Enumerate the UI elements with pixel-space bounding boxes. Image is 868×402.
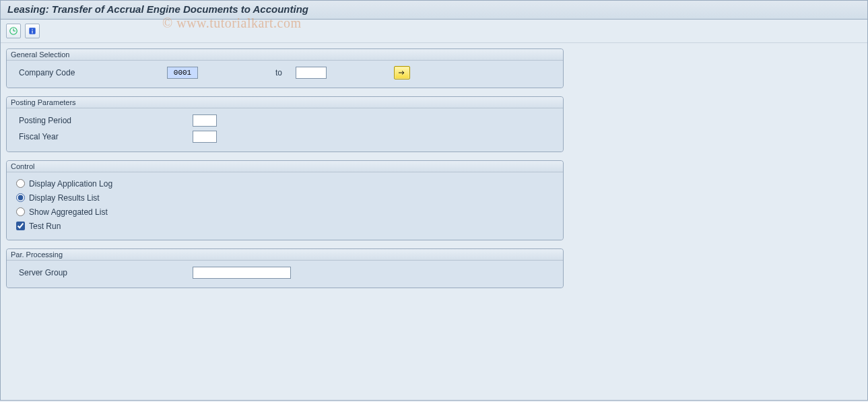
fiscal-year-label: Fiscal Year [16, 132, 167, 141]
company-code-label: Company Code [16, 68, 167, 77]
radio-label: Display Results List [29, 193, 100, 203]
row-company-code: Company Code to [16, 65, 558, 81]
row-posting-period: Posting Period [16, 112, 558, 129]
info-button[interactable] [25, 24, 40, 38]
radio-display-results[interactable] [16, 193, 25, 202]
page-title: Leasing: Transfer of Accrual Engine Docu… [7, 3, 861, 15]
title-bar: Leasing: Transfer of Accrual Engine Docu… [1, 1, 867, 20]
server-group-input[interactable] [193, 267, 291, 279]
checkbox-label: Test Run [29, 222, 61, 231]
option-test-run[interactable]: Test Run [16, 219, 558, 233]
arrow-right-icon [398, 69, 406, 76]
app-frame: Leasing: Transfer of Accrual Engine Docu… [0, 0, 868, 401]
toolbar: © www.tutorialkart.com [1, 20, 867, 43]
radio-label: Show Aggregated List [29, 207, 108, 217]
company-code-from-input[interactable] [167, 67, 198, 79]
posting-period-input[interactable] [193, 114, 217, 127]
posting-period-label: Posting Period [16, 116, 167, 125]
group-header: Control [7, 161, 563, 172]
option-display-app-log[interactable]: Display Application Log [16, 176, 558, 191]
server-group-label: Server Group [16, 268, 167, 277]
radio-label: Display Application Log [29, 179, 112, 189]
fiscal-year-input[interactable] [193, 131, 217, 143]
group-general-selection: General Selection Company Code to [6, 48, 564, 88]
checkbox-test-run[interactable] [16, 222, 25, 230]
content-area: General Selection Company Code to Postin… [1, 43, 867, 302]
info-icon [28, 26, 37, 36]
group-par-processing: Par. Processing Server Group [6, 248, 564, 288]
radio-show-aggregated[interactable] [16, 207, 25, 216]
multiple-selection-button[interactable] [394, 66, 410, 79]
row-fiscal-year: Fiscal Year [16, 129, 558, 145]
group-posting-parameters: Posting Parameters Posting Period Fiscal… [6, 96, 564, 152]
group-control: Control Display Application Log Display … [6, 160, 564, 240]
group-header: General Selection [7, 49, 563, 61]
option-display-results[interactable]: Display Results List [16, 191, 558, 205]
execute-button[interactable] [6, 24, 21, 38]
to-label: to [275, 68, 296, 77]
row-server-group: Server Group [16, 265, 558, 281]
group-header: Par. Processing [7, 249, 563, 261]
option-show-aggregated[interactable]: Show Aggregated List [16, 205, 558, 219]
group-header: Posting Parameters [7, 97, 563, 108]
execute-icon [9, 26, 18, 36]
svg-rect-4 [32, 29, 32, 30]
company-code-to-input[interactable] [296, 67, 327, 79]
radio-display-app-log[interactable] [16, 179, 25, 188]
svg-rect-5 [32, 30, 32, 33]
